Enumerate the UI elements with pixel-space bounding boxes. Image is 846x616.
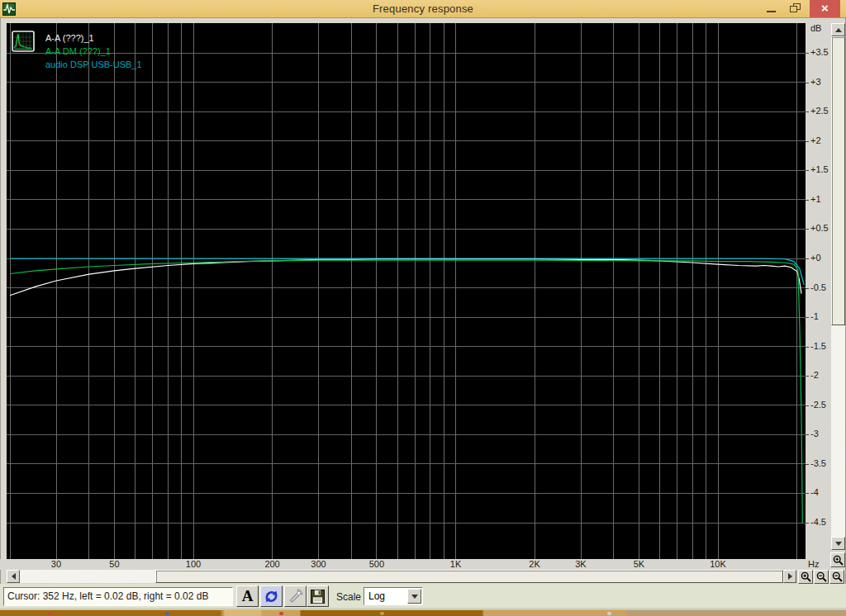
y-axis-tick-mark [806, 229, 809, 230]
y-axis-tick-label: -0.5 [810, 282, 826, 292]
y-axis-tick-label: +3.5 [810, 47, 829, 57]
legend-series-1: A-A (???)_1 [45, 33, 94, 43]
x-axis-panel: Hz 30501002003005001K2K3K5K10K [0, 559, 831, 570]
y-axis-tick-mark [806, 405, 809, 406]
scale-label: Scale [336, 591, 361, 603]
arrow-left-icon [12, 573, 16, 580]
magnifier-minus-icon [816, 571, 827, 582]
scroll-up-button[interactable] [831, 23, 845, 36]
x-axis-tick-label: 3K [575, 559, 586, 569]
x-axis-tick-label: 100 [186, 559, 201, 569]
y-axis-tick-label: -1 [810, 311, 819, 321]
restore-button[interactable] [783, 0, 806, 17]
vertical-scrollbar-thumb[interactable] [831, 36, 845, 325]
zoom-in-horizontal-button[interactable] [798, 570, 813, 584]
taskbar-icon [165, 612, 169, 615]
y-axis-unit-label: dB [810, 23, 821, 33]
y-axis-tick-label: +0 [810, 253, 821, 263]
vertical-scrollbar[interactable] [831, 23, 845, 550]
x-axis-tick-label: 200 [264, 559, 279, 569]
y-axis-tick-mark [806, 200, 809, 201]
font-button[interactable]: A [236, 585, 259, 607]
y-axis-tick-mark [806, 53, 809, 54]
y-axis-tick-mark [806, 288, 809, 289]
y-axis-tick-mark [806, 523, 809, 524]
magnifier-minus-icon [832, 571, 843, 582]
y-axis-tick-label: +1 [810, 194, 821, 204]
y-axis-tick-mark [806, 141, 809, 142]
y-axis-tick-mark [806, 83, 809, 83]
titlebar: Frequency response × [0, 0, 846, 18]
x-axis-tick-label: 5K [634, 559, 644, 569]
legend-series-3: audio DSP USB-USB_1 [45, 59, 142, 69]
magnifier-plus-icon [833, 555, 844, 566]
arrow-up-icon [835, 28, 842, 32]
taskbar-icon [279, 612, 283, 615]
x-axis-tick-label: 1K [450, 559, 461, 569]
x-axis-tick-label: 500 [369, 559, 384, 569]
horizontal-scrollbar-thumb[interactable] [155, 570, 783, 583]
chevron-down-icon [411, 595, 418, 599]
y-axis-tick-mark [806, 376, 809, 377]
y-axis-tick-label: -2 [810, 370, 819, 380]
y-axis-tick-mark [806, 464, 809, 465]
refresh-icon [264, 589, 279, 604]
x-axis-tick-label: 50 [109, 559, 119, 569]
plot-canvas [7, 23, 806, 559]
scale-selected-value: Log [368, 590, 385, 602]
frequency-response-plot[interactable]: A-A (???)_1 A-A DM (???)_1 audio DSP USB… [7, 23, 806, 559]
spectrum-thumbnail-icon[interactable] [12, 31, 35, 52]
taskbar-icon [48, 612, 52, 615]
zoom-out-horizontal-button[interactable] [814, 570, 829, 584]
y-axis-tick-label: -3.5 [810, 458, 826, 468]
y-axis-panel: dB +3.5+3+2.5+2+1.5+1+0.5+0-0.5-1-1.5-2-… [806, 19, 831, 559]
y-axis-tick-label: -1.5 [810, 341, 826, 351]
wrench-icon [288, 588, 304, 604]
close-button[interactable]: × [810, 0, 840, 17]
x-axis-tick-label: 10K [710, 559, 726, 569]
zoom-in-vertical-button[interactable] [830, 552, 845, 567]
y-axis-tick-mark [806, 434, 809, 435]
y-axis-tick-label: +0.5 [810, 223, 829, 233]
minimize-button[interactable] [758, 0, 783, 17]
y-axis-tick-label: +2.5 [810, 106, 829, 116]
horizontal-scrollbar[interactable] [7, 570, 796, 583]
zoom-out-vertical-button[interactable] [829, 570, 844, 584]
y-axis-tick-label: -4.5 [810, 517, 826, 527]
settings-button[interactable] [284, 585, 307, 607]
y-axis-tick-label: -2.5 [810, 400, 826, 410]
combo-dropdown-button[interactable] [407, 589, 421, 604]
x-axis-tick-label: 30 [51, 559, 61, 569]
y-axis-tick-mark [806, 258, 809, 259]
y-axis-tick-mark [806, 111, 809, 112]
scroll-right-button[interactable] [783, 570, 796, 583]
cursor-status-box: Cursor: 352 Hz, left = 0.02 dB, right = … [3, 587, 233, 606]
arrow-down-icon [835, 542, 842, 546]
window-title: Frequency response [0, 2, 846, 15]
y-axis-tick-mark [806, 170, 809, 171]
y-axis-tick-mark [806, 317, 809, 318]
taskbar-icon [607, 612, 611, 615]
minimize-icon [767, 11, 776, 12]
x-axis-tick-label: 300 [311, 559, 326, 569]
x-axis-tick-label: 2K [529, 559, 539, 569]
taskbar[interactable] [0, 609, 846, 616]
arrow-right-icon [788, 573, 792, 580]
save-floppy-icon [310, 589, 326, 604]
y-axis-tick-label: -3 [810, 429, 819, 438]
legend-series-2: A-A DM (???)_1 [45, 46, 111, 56]
magnifier-plus-icon [801, 571, 811, 582]
y-axis-tick-mark [806, 347, 809, 348]
scroll-down-button[interactable] [831, 537, 845, 550]
taskbar-icon [380, 612, 384, 615]
scroll-left-button[interactable] [7, 570, 20, 583]
y-axis-tick-label: -4 [810, 487, 819, 497]
refresh-button[interactable] [260, 585, 283, 607]
y-axis-tick-label: +1.5 [810, 164, 829, 174]
scale-combobox[interactable]: Log [364, 587, 423, 605]
y-axis-tick-label: +2 [810, 135, 821, 145]
save-button[interactable] [307, 585, 329, 607]
y-axis-tick-label: +3 [810, 77, 821, 87]
y-axis-tick-mark [806, 493, 809, 494]
x-axis-unit-label: Hz [808, 559, 819, 569]
